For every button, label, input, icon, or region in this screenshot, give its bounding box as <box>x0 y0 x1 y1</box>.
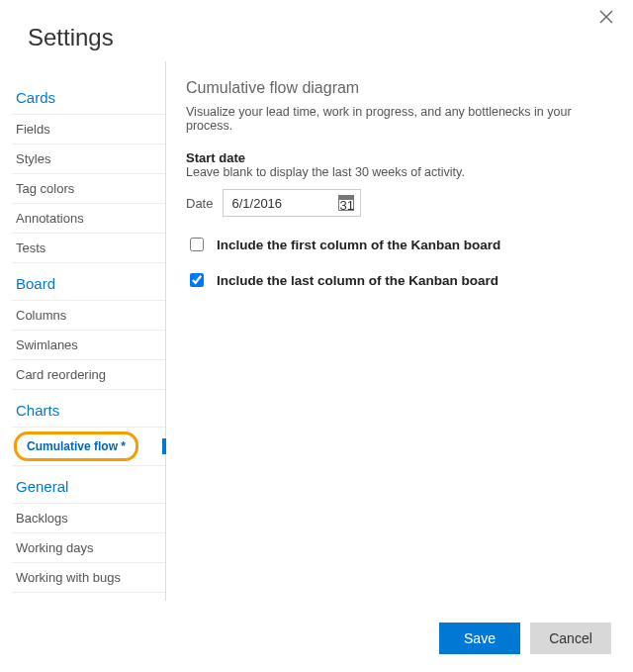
panel-title: Cumulative flow diagram <box>186 79 613 97</box>
sidebar-item-styles[interactable]: Styles <box>12 144 165 174</box>
save-button[interactable]: Save <box>439 623 520 654</box>
page-title: Settings <box>0 0 633 61</box>
sidebar-section-general: General <box>12 466 165 504</box>
sidebar-item-swimlanes[interactable]: Swimlanes <box>12 331 165 360</box>
close-button[interactable] <box>599 10 617 28</box>
sidebar-section-cards: Cards <box>12 77 165 115</box>
sidebar-item-backlogs[interactable]: Backlogs <box>12 504 165 533</box>
sidebar-section-board: Board <box>12 263 165 301</box>
start-date-help: Leave blank to display the last 30 weeks… <box>186 165 613 179</box>
sidebar-item-columns[interactable]: Columns <box>12 301 165 331</box>
date-caption: Date <box>186 196 213 211</box>
cancel-button[interactable]: Cancel <box>530 623 611 654</box>
sidebar-item-label: Cumulative flow * <box>14 432 138 461</box>
sidebar-section-charts: Charts <box>12 390 165 428</box>
sidebar-item-fields[interactable]: Fields <box>12 115 165 144</box>
settings-panel: Cumulative flow diagram Visualize your l… <box>166 61 633 601</box>
sidebar-item-tag-colors[interactable]: Tag colors <box>12 174 165 204</box>
include-first-column-label[interactable]: Include the first column of the Kanban b… <box>217 238 500 252</box>
include-last-column-label[interactable]: Include the last column of the Kanban bo… <box>217 273 498 288</box>
include-last-column-checkbox[interactable] <box>190 273 204 287</box>
start-date-label: Start date <box>186 150 613 165</box>
sidebar-item-working-days[interactable]: Working days <box>12 533 165 563</box>
panel-description: Visualize your lead time, work in progre… <box>186 105 613 133</box>
sidebar-item-tests[interactable]: Tests <box>12 234 165 263</box>
include-first-column-checkbox[interactable] <box>190 238 204 251</box>
sidebar-item-cumulative-flow[interactable]: Cumulative flow * <box>12 428 165 466</box>
sidebar-item-card-reordering[interactable]: Card reordering <box>12 360 165 390</box>
calendar-icon[interactable]: 31 <box>338 195 354 211</box>
sidebar-item-annotations[interactable]: Annotations <box>12 204 165 234</box>
sidebar-item-working-with-bugs[interactable]: Working with bugs <box>12 563 165 593</box>
selection-indicator <box>162 438 166 454</box>
start-date-value: 6/1/2016 <box>231 196 282 211</box>
settings-sidebar: Cards Fields Styles Tag colors Annotatio… <box>12 61 166 601</box>
start-date-input[interactable]: 6/1/2016 31 <box>223 189 361 217</box>
close-icon <box>599 10 613 24</box>
